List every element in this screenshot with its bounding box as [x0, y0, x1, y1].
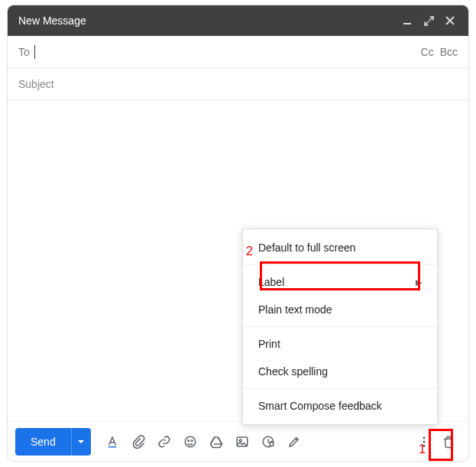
attach-icon[interactable] — [126, 430, 151, 454]
image-icon[interactable] — [230, 430, 254, 454]
menu-default-full-screen[interactable]: Default to full screen — [243, 234, 437, 261]
drive-icon[interactable] — [204, 430, 228, 454]
menu-separator — [243, 264, 437, 265]
svg-point-9 — [423, 440, 426, 443]
more-options-menu: Default to full screen Label ▶ Plain tex… — [242, 229, 438, 425]
to-label: To — [18, 46, 30, 58]
expand-icon[interactable] — [421, 16, 436, 26]
send-button-group: Send — [15, 428, 91, 456]
discard-icon[interactable] — [436, 430, 461, 454]
send-options-button[interactable] — [71, 428, 91, 456]
bcc-link[interactable]: Bcc — [440, 46, 458, 58]
link-icon[interactable] — [152, 430, 176, 454]
svg-rect-7 — [270, 442, 274, 446]
formatting-icon[interactable] — [100, 430, 125, 454]
more-options-icon[interactable] — [412, 430, 436, 454]
menu-label-text: Label — [258, 276, 284, 288]
compose-toolbar: Send — [8, 421, 468, 461]
title-bar[interactable]: New Message — [8, 5, 468, 36]
svg-point-5 — [239, 439, 241, 442]
confidential-icon[interactable] — [256, 430, 280, 454]
menu-print[interactable]: Print — [243, 330, 437, 358]
svg-point-8 — [423, 436, 426, 439]
cc-link[interactable]: Cc — [421, 46, 434, 58]
menu-smart-compose[interactable]: Smart Compose feedback — [243, 392, 437, 420]
to-row[interactable]: To Cc Bcc — [8, 36, 468, 68]
submenu-arrow-icon: ▶ — [416, 277, 422, 287]
svg-point-1 — [185, 436, 196, 447]
svg-point-3 — [191, 439, 193, 441]
window-title: New Message — [18, 15, 86, 27]
text-cursor — [34, 45, 35, 59]
pen-icon[interactable] — [282, 430, 306, 454]
svg-point-10 — [423, 444, 426, 446]
minimize-icon[interactable] — [400, 16, 415, 25]
svg-point-2 — [188, 439, 189, 441]
menu-label[interactable]: Label ▶ — [243, 268, 437, 296]
close-icon[interactable] — [442, 16, 458, 25]
menu-plain-text[interactable]: Plain text mode — [243, 296, 437, 323]
svg-rect-0 — [403, 23, 411, 24]
emoji-icon[interactable] — [178, 430, 202, 454]
menu-separator — [243, 388, 437, 389]
menu-separator — [243, 326, 437, 327]
send-button[interactable]: Send — [15, 428, 71, 456]
menu-check-spelling[interactable]: Check spelling — [243, 358, 437, 385]
subject-input[interactable] — [18, 78, 458, 90]
subject-row[interactable] — [8, 68, 468, 100]
